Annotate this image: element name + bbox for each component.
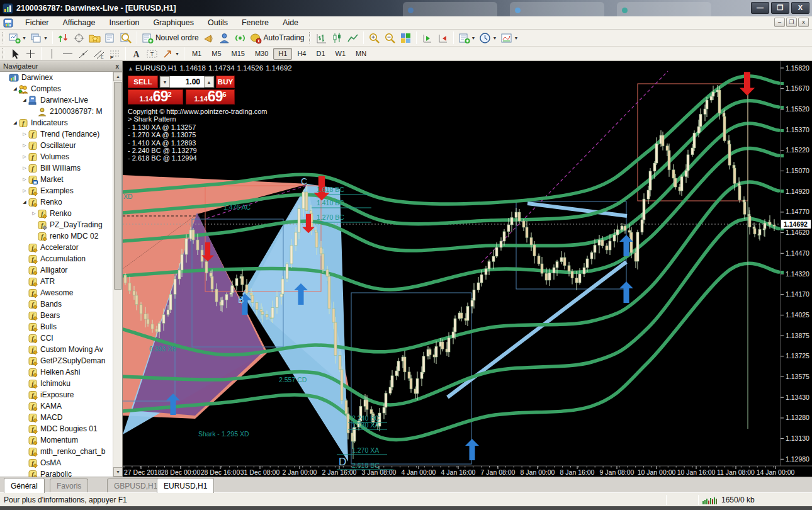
tree-item-getpzsuplydeman[interactable]: fGetPZSuplyDeman — [0, 355, 122, 366]
volume-decrease-icon[interactable]: ▼ — [160, 76, 170, 88]
menu-affichage[interactable]: Affichage — [56, 17, 103, 28]
signal-button[interactable] — [232, 31, 248, 45]
menu-insertion[interactable]: Insertion — [102, 17, 146, 28]
close-button[interactable]: X — [791, 2, 809, 14]
mdi-close-button[interactable]: x — [798, 18, 809, 27]
buy-button[interactable]: BUY — [216, 76, 235, 88]
tree-item-oscillateur[interactable]: ▷fOscillateur — [0, 140, 122, 151]
tree-item-market[interactable]: ▷fMarket — [0, 174, 122, 185]
tree-item-examples[interactable]: ▷fExamples — [0, 185, 122, 196]
scrollbar-thumb[interactable] — [114, 82, 122, 290]
collapsed-icon[interactable]: ▷ — [21, 188, 28, 193]
search-button[interactable] — [118, 31, 134, 45]
collapsed-icon[interactable]: ▷ — [31, 211, 37, 216]
tree-item-darwinex-live[interactable]: ◢Darwinex-Live — [0, 94, 122, 106]
zoom-in-button[interactable] — [366, 31, 382, 45]
scroll-up-icon[interactable]: ▲ — [113, 72, 122, 81]
mdi-restore-button[interactable]: ❐ — [786, 18, 797, 27]
symbols-button[interactable] — [55, 31, 71, 45]
expanded-icon[interactable]: ◢ — [12, 120, 18, 125]
menu-fichier[interactable]: Fichier — [18, 17, 56, 28]
chart-tab-gbpusd-h1[interactable]: GBPUSD,H1 — [107, 479, 164, 492]
scroll-down-icon[interactable]: ▼ — [113, 467, 122, 477]
menu-fenetre[interactable]: Fenetre — [235, 17, 276, 28]
volume-value[interactable]: 1.00 — [170, 76, 204, 88]
templates-button[interactable]: ▼ — [499, 31, 520, 45]
collapsed-icon[interactable]: ▷ — [21, 177, 28, 182]
chart-tab-eurusd-h1[interactable]: EURUSD,H1 — [157, 478, 214, 493]
buy-arrow-icon[interactable] — [465, 439, 479, 460]
tree-item-osma[interactable]: fOsMA — [0, 457, 122, 468]
tree-item-pz-daytrading[interactable]: fPZ_DayTrading — [0, 219, 122, 230]
step-back-button[interactable] — [435, 31, 451, 45]
tree-item-cci[interactable]: fCCI — [0, 332, 122, 344]
tree-item-indicateurs[interactable]: ◢fIndicateurs — [0, 117, 122, 128]
tree-item-renko[interactable]: ◢fRenko — [0, 196, 122, 208]
tree-item-atr[interactable]: fATR — [0, 276, 122, 287]
timeframe-m30-button[interactable]: M30 — [250, 48, 273, 60]
cursor-button[interactable] — [7, 47, 23, 60]
fibonacci-button[interactable]: F — [107, 47, 123, 60]
tree-item-renko-mdc-02[interactable]: frenko MDC 02 — [0, 230, 122, 242]
navigator-tab-favoris[interactable]: Favoris — [50, 479, 88, 492]
toolbar-grip[interactable] — [309, 32, 311, 43]
tree-item-macd[interactable]: fMACD — [0, 412, 122, 423]
title-bar[interactable]: 2100036787: Darwinex-Live - [EURUSD,H1] … — [0, 0, 812, 16]
tree-item-accumulation[interactable]: fAccumulation — [0, 253, 122, 264]
timeframe-mn-button[interactable]: MN — [351, 48, 371, 60]
collapsed-icon[interactable]: ▷ — [21, 132, 28, 137]
toolbar-grip[interactable] — [3, 32, 4, 43]
tile-windows-button[interactable] — [398, 31, 414, 45]
tree-item-bill-williams[interactable]: ▷fBill Williams — [0, 162, 122, 174]
tree-item-mth-renko-chart-b[interactable]: fmth_renko_chart_b — [0, 446, 122, 457]
crosshair-target-button[interactable] — [71, 31, 87, 45]
text-label-button[interactable]: T — [144, 47, 160, 60]
new-order-button[interactable]: Nouvel ordre — [140, 31, 201, 45]
navigator-tab-gnral[interactable]: Général — [4, 478, 45, 493]
arrows-button[interactable]: ▼ — [160, 47, 181, 60]
candle-chart-button[interactable] — [329, 31, 345, 45]
tree-item-custom-moving-av[interactable]: fCustom Moving Av — [0, 344, 122, 355]
tree-item-comptes[interactable]: ◢Comptes — [0, 83, 122, 94]
chart-line[interactable] — [482, 71, 668, 263]
pattern-box[interactable] — [638, 84, 748, 201]
trend-line-button[interactable] — [76, 47, 91, 60]
navigator-close-icon[interactable]: x — [115, 63, 119, 70]
menu-outils[interactable]: Outils — [201, 17, 235, 28]
toolbar-grip[interactable] — [3, 48, 4, 59]
expanded-icon[interactable]: ◢ — [21, 98, 28, 103]
script-button[interactable] — [217, 31, 232, 45]
zoom-out-button[interactable] — [382, 31, 398, 45]
collapsed-icon[interactable]: ▷ — [21, 154, 28, 159]
tree-item-volumes[interactable]: ▷fVolumes — [0, 151, 122, 162]
volume-increase-icon[interactable]: ▲ — [204, 76, 214, 88]
tree-item-2100036787-m[interactable]: 2100036787: M — [0, 106, 122, 117]
collapsed-icon[interactable]: ▷ — [21, 143, 28, 148]
tree-item-alligator[interactable]: fAlligator — [0, 264, 122, 276]
tree-item-heiken-ashi[interactable]: fHeiken Ashi — [0, 366, 122, 378]
new-chart-button[interactable]: ▼ — [7, 31, 28, 45]
collapse-triangle-icon[interactable]: ▲ — [128, 65, 133, 72]
favorites-folder-button[interactable] — [87, 31, 103, 45]
periods-button[interactable]: ▼ — [477, 31, 499, 45]
timeframe-m15-button[interactable]: M15 — [227, 48, 250, 60]
profiles-button[interactable]: ▼ — [28, 31, 50, 45]
expanded-icon[interactable]: ◢ — [21, 200, 28, 205]
mdi-minimize-button[interactable]: – — [774, 18, 785, 27]
tree-item-accelerator[interactable]: fAccelerator — [0, 242, 122, 253]
timeframe-w1-button[interactable]: W1 — [330, 48, 351, 60]
expanded-icon[interactable]: ◢ — [12, 86, 18, 91]
menu-aide[interactable]: Aide — [276, 17, 305, 28]
tree-item-darwinex[interactable]: Darwinex — [0, 72, 122, 83]
menu-graphiques[interactable]: Graphiques — [146, 17, 201, 28]
chart-pane[interactable]: CBDXD1.476 AC1.618 BC1.410 BC1.270 BC0.3… — [123, 61, 812, 477]
vertical-line-button[interactable] — [44, 47, 60, 60]
tree-item-iexposure[interactable]: fiExposure — [0, 389, 122, 400]
horizontal-line-button[interactable] — [60, 47, 76, 60]
channel-button[interactable]: E — [91, 47, 107, 60]
buy-arrow-icon[interactable] — [619, 281, 633, 303]
timeframe-h1-button[interactable]: H1 — [273, 48, 292, 60]
tree-item-trend-tendance-[interactable]: ▷fTrend (Tendance) — [0, 128, 122, 140]
bar-chart-button[interactable] — [313, 31, 329, 45]
crosshair-button[interactable] — [23, 47, 38, 60]
